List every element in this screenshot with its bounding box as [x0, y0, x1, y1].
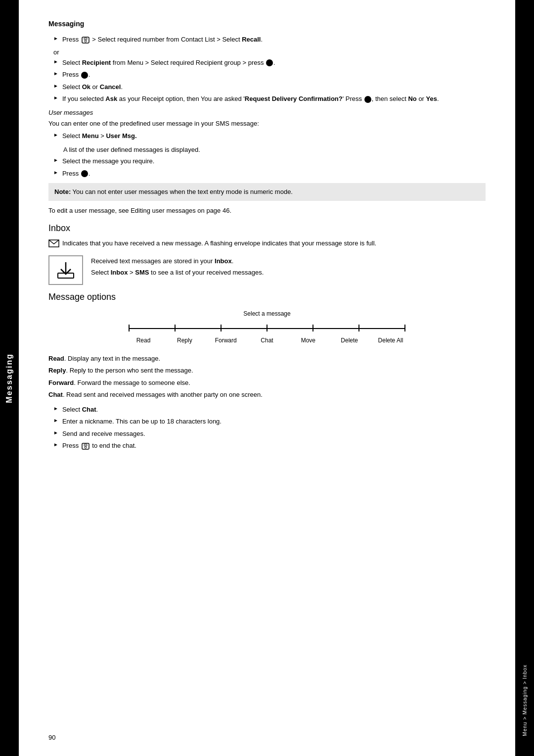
chat-bullet-text-2: Enter a nickname. This can be up to 18 c… [62, 417, 222, 426]
inbox-download-icon [55, 259, 77, 281]
diagram-v-ticks [129, 328, 405, 335]
svg-point-7 [85, 446, 87, 448]
bullet-item-3: ► Press . [48, 70, 486, 80]
diagram-labels-row: Read Reply Forward Chat Move Delete Dele… [129, 337, 405, 344]
tick-1 [175, 325, 176, 331]
bullet-item-4: ► Select Ok or Cancel. [48, 82, 486, 92]
chat-bullet-1: ► Select Chat. [48, 405, 486, 415]
messaging-heading: Messaging [48, 20, 486, 28]
user-bullet-text-2: Select the message you require. [62, 156, 154, 166]
tick-4 [312, 325, 313, 331]
chat-bullet-arrow-2: ► [53, 418, 58, 423]
message-options-title: Message options [48, 292, 486, 302]
user-messages-title: User messages [48, 109, 486, 116]
inbox-image-row: Received text messages are stored in you… [48, 255, 486, 285]
svg-rect-8 [84, 444, 87, 446]
end-chat-icon [82, 443, 89, 450]
page-number: 90 [48, 734, 55, 741]
note-bold: Note: [54, 188, 71, 195]
user-messages-bullets: ► Select Menu > User Msg. [48, 131, 486, 141]
bullet-arrow-2: ► [53, 59, 58, 64]
diagram-label-forward: Forward [211, 337, 241, 344]
diagram-label-chat: Chat [252, 337, 282, 344]
diagram-top-label: Select a message [129, 310, 405, 317]
bullet-arrow-4: ► [53, 83, 58, 89]
user-bullet-text-1: Select Menu > User Msg. [62, 131, 137, 141]
user-indent-1: A list of the user defined messages is d… [63, 145, 486, 155]
user-messages-bullets-2: ► Select the message you require. ► Pres… [48, 156, 486, 178]
messaging-bullets: ► Press > Select required number from Co… [48, 35, 486, 45]
bullet-text-5: If you selected Ask as your Receipt opti… [62, 94, 439, 104]
bullet-item-2: ► Select Recipient from Menu > Select re… [48, 58, 486, 68]
bullet-item-5: ► If you selected Ask as your Receipt op… [48, 94, 486, 104]
chat-bullet-4: ► Press to end the chat. [48, 441, 486, 451]
user-bullet-arrow-1: ► [53, 132, 58, 138]
bullet-arrow-5: ► [53, 95, 58, 100]
tick-2 [221, 325, 222, 331]
ok-icon-4 [81, 170, 88, 177]
tick-6 [404, 325, 405, 331]
user-bullet-3: ► Press . [48, 169, 486, 179]
inbox-desc-text: Indicates that you have received a new m… [62, 238, 376, 248]
note-text: You can not enter user messages when the… [73, 188, 293, 195]
tick-3 [267, 325, 267, 331]
diagram-wrapper: Select a message Read Reply Forward Chat [129, 310, 405, 344]
sidebar-title: Messaging [5, 353, 14, 403]
desc-read: Read. Display any text in the message. [48, 354, 486, 364]
main-content: Messaging ► Press > Select required numb… [19, 0, 515, 756]
tick-5 [358, 325, 359, 331]
desc-reply: Reply. Reply to the person who sent the … [48, 366, 486, 376]
user-bullet-arrow-3: ► [53, 170, 58, 175]
ok-icon-3 [364, 96, 371, 103]
sidebar-right-title: Menu > Messaging > Inbox [522, 664, 528, 736]
desc-chat: Chat. Read sent and received messages wi… [48, 390, 486, 400]
user-messages-intro: You can enter one of the predefined user… [48, 119, 486, 129]
chat-bullet-text-1: Select Chat. [62, 405, 98, 415]
sidebar-left: Messaging [0, 0, 19, 756]
ok-icon-2 [81, 72, 88, 79]
diagram-label-reply: Reply [170, 337, 199, 344]
inbox-title: Inbox [48, 223, 486, 234]
diagram-lines [129, 321, 405, 335]
inbox-description: Indicates that you have received a new m… [48, 238, 486, 248]
inbox-icon-box [48, 255, 83, 285]
page-container: Messaging Messaging ► Press > Select req… [0, 0, 534, 756]
edit-text: To edit a user message, see Editing user… [48, 206, 486, 216]
bullet-text-2: Select Recipient from Menu > Select requ… [62, 58, 275, 68]
bullet-text-1: Press > Select required number from Cont… [62, 35, 263, 45]
svg-rect-2 [84, 38, 87, 40]
bullet-item-1: ► Press > Select required number from Co… [48, 35, 486, 45]
user-bullet-1: ► Select Menu > User Msg. [48, 131, 486, 141]
envelope-icon [48, 239, 59, 247]
chat-bullet-3: ► Send and receive messages. [48, 429, 486, 439]
bullet-arrow-1: ► [53, 36, 58, 41]
or-text: or [53, 48, 486, 56]
ok-icon-1 [266, 59, 273, 66]
user-bullet-2: ► Select the message you require. [48, 156, 486, 166]
phone-icon [82, 37, 89, 44]
chat-bullet-2: ► Enter a nickname. This can be up to 18… [48, 417, 486, 426]
inbox-stored-text: Received text messages are stored in you… [91, 255, 264, 279]
bullet-text-3: Press . [62, 70, 90, 80]
chat-bullet-text-3: Send and receive messages. [62, 429, 145, 439]
diagram-label-read: Read [129, 337, 158, 344]
chat-bullet-arrow-4: ► [53, 442, 58, 447]
note-box: Note: You can not enter user messages wh… [48, 183, 486, 201]
messaging-bullets-2: ► Select Recipient from Menu > Select re… [48, 58, 486, 104]
svg-point-1 [85, 40, 87, 42]
chat-bullets: ► Select Chat. ► Enter a nickname. This … [48, 405, 486, 451]
tick-0 [129, 325, 130, 331]
user-bullet-arrow-2: ► [53, 157, 58, 163]
desc-list: Read. Display any text in the message. R… [48, 354, 486, 400]
bullet-arrow-3: ► [53, 71, 58, 76]
diagram-label-deleteall: Delete All [376, 337, 405, 344]
bullet-text-4: Select Ok or Cancel. [62, 82, 123, 92]
sidebar-right: Menu > Messaging > Inbox [515, 0, 534, 756]
desc-forward: Forward. Forward the message to someone … [48, 378, 486, 388]
chat-bullet-arrow-3: ► [53, 430, 58, 435]
diagram-label-delete: Delete [335, 337, 364, 344]
chat-bullet-text-4: Press to end the chat. [62, 441, 136, 451]
chat-bullet-arrow-1: ► [53, 406, 58, 411]
user-bullet-text-3: Press . [62, 169, 90, 179]
diagram-label-move: Move [293, 337, 323, 344]
